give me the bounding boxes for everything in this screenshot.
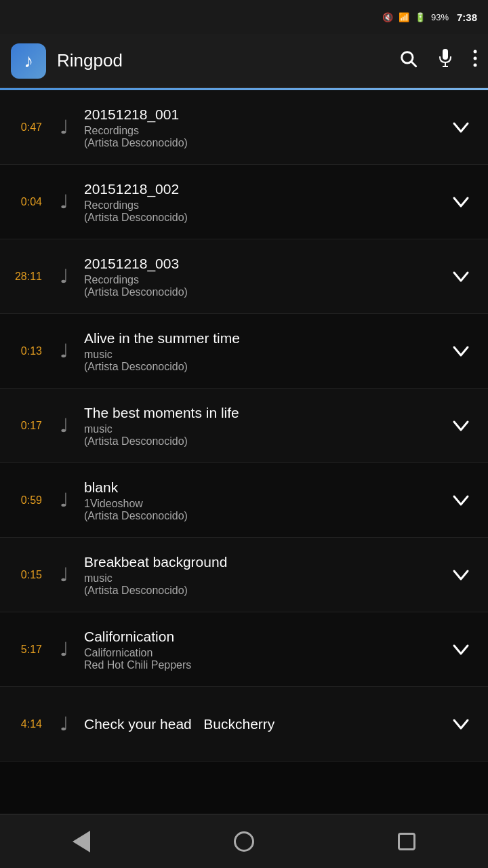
track-info: blank 1Videoshow(Artista Desconocido) bbox=[81, 478, 434, 522]
track-duration: 5:17 bbox=[0, 644, 49, 656]
track-duration: 0:13 bbox=[0, 345, 49, 357]
track-album: Californication bbox=[84, 647, 434, 659]
search-button[interactable] bbox=[399, 49, 418, 73]
battery-percent: 93% bbox=[431, 12, 449, 22]
track-info: The best moments in life music(Artista D… bbox=[81, 403, 434, 448]
track-artist: (Artista Desconocido) bbox=[84, 435, 434, 448]
track-item[interactable]: 0:59 ♩ blank 1Videoshow(Artista Desconoc… bbox=[0, 463, 488, 538]
top-actions bbox=[399, 49, 477, 73]
chevron-button[interactable] bbox=[434, 643, 488, 656]
time-display: 7:38 bbox=[457, 12, 477, 23]
chevron-button[interactable] bbox=[434, 121, 488, 134]
track-artist: (Artista Desconocido) bbox=[84, 585, 434, 597]
track-album: 1Videoshow bbox=[84, 498, 434, 510]
track-album: Recordings bbox=[84, 125, 434, 137]
track-artist: (Artista Desconocido) bbox=[84, 137, 434, 149]
track-artist: (Artista Desconocido) bbox=[84, 212, 434, 224]
track-duration: 0:15 bbox=[0, 569, 49, 581]
back-button[interactable] bbox=[61, 821, 102, 862]
track-item[interactable]: 0:15 ♩ Breakbeat background music(Artist… bbox=[0, 538, 488, 612]
more-options-button[interactable] bbox=[473, 49, 477, 73]
track-title: blank bbox=[84, 478, 434, 496]
track-item[interactable]: 0:17 ♩ The best moments in life music(Ar… bbox=[0, 389, 488, 463]
chevron-button[interactable] bbox=[434, 494, 488, 507]
music-note-icon: ♩ bbox=[49, 709, 79, 739]
music-note-icon: ♩ bbox=[49, 262, 79, 292]
track-info: Alive in the summer time music(Artista D… bbox=[81, 329, 434, 373]
track-album: Recordings bbox=[84, 274, 434, 286]
app-icon: ♪ bbox=[11, 43, 46, 79]
mute-icon: 🔇 bbox=[382, 12, 393, 22]
track-duration: 0:04 bbox=[0, 196, 49, 208]
chevron-button[interactable] bbox=[434, 270, 488, 283]
track-title: 20151218_002 bbox=[84, 180, 434, 198]
track-title: The best moments in life bbox=[84, 403, 434, 422]
top-bar: ♪ Ringpod bbox=[0, 34, 488, 88]
track-list: 0:47 ♩ 20151218_001 Recordings(Artista D… bbox=[0, 90, 488, 762]
track-duration: 0:17 bbox=[0, 420, 49, 432]
track-title: Californication bbox=[84, 627, 434, 646]
track-title: Breakbeat background bbox=[84, 553, 434, 571]
chevron-button[interactable] bbox=[434, 195, 488, 209]
svg-line-1 bbox=[411, 62, 415, 66]
track-artist: Red Hot Chili Peppers bbox=[84, 659, 434, 671]
track-info: Breakbeat background music(Artista Desco… bbox=[81, 553, 434, 597]
recents-button[interactable] bbox=[386, 821, 427, 862]
track-title: 20151218_003 bbox=[84, 254, 434, 273]
track-album: music bbox=[84, 423, 434, 435]
track-item[interactable]: 0:04 ♩ 20151218_002 Recordings(Artista D… bbox=[0, 165, 488, 239]
music-note-icon: ♩ bbox=[49, 187, 79, 217]
track-info: 20151218_002 Recordings(Artista Desconoc… bbox=[81, 180, 434, 224]
track-item[interactable]: 0:47 ♩ 20151218_001 Recordings(Artista D… bbox=[0, 90, 488, 165]
bottom-navigation bbox=[0, 814, 488, 868]
track-artist: (Artista Desconocido) bbox=[84, 286, 434, 298]
track-duration: 0:59 bbox=[0, 494, 49, 507]
track-title: Alive in the summer time bbox=[84, 329, 434, 347]
track-info: 20151218_001 Recordings(Artista Desconoc… bbox=[81, 105, 434, 149]
battery-icon: 🔋 bbox=[415, 12, 426, 22]
home-button[interactable] bbox=[224, 821, 264, 862]
track-duration: 4:14 bbox=[0, 718, 49, 730]
app-title: Ringpod bbox=[57, 50, 388, 71]
track-album: music bbox=[84, 572, 434, 585]
music-note-icon: ♩ bbox=[49, 486, 79, 515]
chevron-button[interactable] bbox=[434, 419, 488, 433]
track-duration: 0:47 bbox=[0, 121, 49, 134]
track-item[interactable]: 4:14 ♩ Check your head Buckcherry bbox=[0, 687, 488, 762]
track-item[interactable]: 5:17 ♩ Californication CalifornicationRe… bbox=[0, 612, 488, 687]
chevron-button[interactable] bbox=[434, 568, 488, 582]
status-icons: 🔇 📶 🔋 93% 7:38 bbox=[382, 12, 477, 23]
track-duration: 28:11 bbox=[0, 271, 49, 283]
chevron-button[interactable] bbox=[434, 717, 488, 731]
music-note-icon: ♩ bbox=[49, 635, 79, 665]
track-info: Californication CalifornicationRed Hot C… bbox=[81, 627, 434, 671]
music-note-icon: ♩ bbox=[49, 411, 79, 441]
track-album: Recordings bbox=[84, 199, 434, 212]
track-album: music bbox=[84, 349, 434, 361]
chevron-button[interactable] bbox=[434, 344, 488, 358]
track-title: Check your head Buckcherry bbox=[84, 715, 434, 733]
svg-point-5 bbox=[474, 50, 477, 54]
wifi-icon: 📶 bbox=[399, 12, 409, 22]
track-artist: (Artista Desconocido) bbox=[84, 361, 434, 373]
music-note-icon: ♩ bbox=[49, 113, 79, 142]
svg-point-6 bbox=[474, 57, 477, 60]
track-item[interactable]: 0:13 ♩ Alive in the summer time music(Ar… bbox=[0, 314, 488, 389]
track-info: Check your head Buckcherry bbox=[81, 715, 434, 733]
track-title: 20151218_001 bbox=[84, 105, 434, 123]
microphone-button[interactable] bbox=[436, 49, 454, 73]
music-note-icon: ♩ bbox=[49, 560, 79, 590]
track-item[interactable]: 28:11 ♩ 20151218_003 Recordings(Artista … bbox=[0, 239, 488, 314]
svg-point-7 bbox=[474, 64, 477, 67]
status-bar: 🔇 📶 🔋 93% 7:38 bbox=[0, 0, 488, 34]
track-artist: (Artista Desconocido) bbox=[84, 510, 434, 522]
track-info: 20151218_003 Recordings(Artista Desconoc… bbox=[81, 254, 434, 298]
music-note-icon: ♩ bbox=[49, 336, 79, 366]
svg-rect-2 bbox=[443, 49, 448, 60]
